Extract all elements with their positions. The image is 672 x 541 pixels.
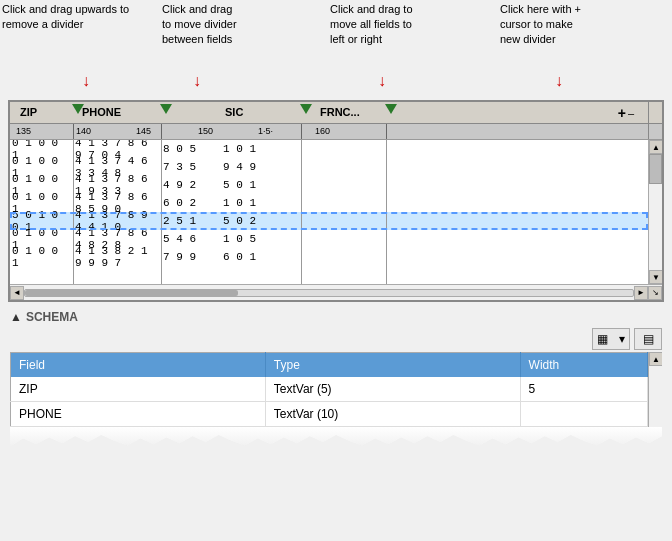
- scroll-down-btn[interactable]: ▼: [649, 270, 662, 284]
- cell-5-3: 2 5 1: [161, 215, 221, 227]
- annotation-1-text: Click and drag upwards to remove a divid…: [2, 2, 150, 32]
- annotation-4: Click here with +cursor to makenew divid…: [500, 2, 665, 47]
- arrow-3: ↓: [378, 72, 386, 90]
- arrow-4: ↓: [555, 72, 563, 90]
- annotation-3-text: Click and drag tomove all fields toleft …: [330, 2, 490, 47]
- divider-2-header[interactable]: [160, 104, 172, 114]
- cell-7-1: 0 1 0 0 1: [10, 245, 73, 269]
- field-headers-row: ZIP PHONE SIC FRNC... + –: [10, 102, 662, 124]
- field-label-sic: SIC: [225, 106, 243, 118]
- arrow-1: ↓: [82, 72, 90, 90]
- ruler-145: 145: [136, 126, 151, 136]
- table-icon: ▤: [643, 332, 654, 346]
- schema-cell-zip-width: 5: [520, 377, 647, 402]
- data-grid: 0 1 0 0 1 4 1 3 7 8 6 9 7 0 4 8 0 5 1 0 …: [10, 140, 662, 284]
- cell-2-3: 7 3 5: [161, 161, 221, 173]
- ruler-line-3: [301, 124, 302, 139]
- cell-3-3: 4 9 2: [161, 179, 221, 191]
- horizontal-scrollbar[interactable]: ◄ ► ↘: [10, 284, 662, 300]
- cell-6-3: 5 4 6: [161, 233, 221, 245]
- ruler-line-2: [161, 124, 162, 139]
- cell-5-4: 5 0 2: [221, 215, 301, 227]
- col-header-type: Type: [265, 353, 520, 378]
- cell-4-4: 1 0 1: [221, 197, 301, 209]
- cell-3-4: 5 0 1: [221, 179, 301, 191]
- schema-header: ▲ SCHEMA: [10, 310, 662, 324]
- annotation-4-text: Click here with +cursor to makenew divid…: [500, 2, 665, 47]
- schema-row-1[interactable]: ZIP TextVar (5) 5: [11, 377, 648, 402]
- plus-cursor-area[interactable]: + –: [606, 102, 646, 123]
- plus-cursor-symbol: +: [618, 105, 626, 121]
- ruler-155: 1·5·: [258, 126, 273, 136]
- ruler-150: 150: [198, 126, 213, 136]
- annotations-area: Click and drag upwards to remove a divid…: [0, 0, 672, 100]
- schema-thead: Field Type Width: [11, 353, 648, 378]
- schema-row-2[interactable]: PHONE TextVar (10): [11, 402, 648, 427]
- hscroll-thumb[interactable]: [25, 290, 238, 296]
- scroll-track: [649, 154, 662, 270]
- field-label-frnc: FRNC...: [320, 106, 360, 118]
- editor-panel: ZIP PHONE SIC FRNC... + – 135 140 145 15…: [8, 100, 664, 302]
- schema-cell-phone-field: PHONE: [11, 402, 266, 427]
- scroll-corner: ↘: [648, 286, 662, 300]
- divider-triangle-3: [300, 104, 312, 114]
- schema-table-wrapper: Field Type Width ZIP TextVar (5) 5 PHONE…: [10, 352, 662, 427]
- annotation-1: Click and drag upwards to remove a divid…: [2, 2, 150, 32]
- table-view-btn[interactable]: ▤: [634, 328, 662, 350]
- cell-2-4: 9 4 9: [221, 161, 301, 173]
- vertical-scrollbar[interactable]: ▲ ▼: [648, 140, 662, 284]
- divider-4-header[interactable]: [385, 104, 397, 114]
- ruler-line-1: [73, 124, 74, 139]
- torn-paper-effect: [10, 427, 662, 447]
- scroll-left-btn[interactable]: ◄: [10, 286, 24, 300]
- field-label-phone: PHONE: [82, 106, 121, 118]
- cell-1-4: 1 0 1: [221, 143, 301, 155]
- scroll-thumb[interactable]: [649, 154, 662, 184]
- ruler-140: 140: [76, 126, 91, 136]
- ruler-scrollbar-right: [648, 124, 662, 139]
- ruler-line-4: [386, 124, 387, 139]
- ruler-160: 160: [315, 126, 330, 136]
- header-scrollbar-right: [648, 102, 662, 123]
- schema-cell-zip-field: ZIP: [11, 377, 266, 402]
- schema-section: ▲ SCHEMA ▦ ▾ ▤ Field Type Width ZIP Text…: [10, 310, 662, 447]
- schema-scroll-up[interactable]: ▲: [649, 352, 662, 366]
- schema-chevron[interactable]: ▲: [10, 310, 22, 324]
- dropdown-arrow: ▾: [619, 332, 625, 346]
- grid-icon: ▦: [597, 332, 608, 346]
- schema-cell-phone-width: [520, 402, 647, 427]
- annotation-2-text: Click and dragto move dividerbetween fie…: [162, 2, 302, 47]
- schema-cell-zip-type: TextVar (5): [265, 377, 520, 402]
- cell-7-4: 6 0 1: [221, 251, 301, 263]
- cell-7-3: 7 9 9: [161, 251, 221, 263]
- schema-header-row: Field Type Width: [11, 353, 648, 378]
- minus-symbol: –: [628, 107, 634, 119]
- schema-cell-phone-type: TextVar (10): [265, 402, 520, 427]
- divider-triangle-2: [160, 104, 172, 114]
- divider-3-header[interactable]: [300, 104, 312, 114]
- arrow-2: ↓: [193, 72, 201, 90]
- col-header-width: Width: [520, 353, 647, 378]
- schema-tbody: ZIP TextVar (5) 5 PHONE TextVar (10): [11, 377, 648, 427]
- cell-7-2: 4 1 3 8 2 1 9 9 9 7: [73, 245, 161, 269]
- annotation-3: Click and drag tomove all fields toleft …: [330, 2, 490, 47]
- cell-1-3: 8 0 5: [161, 143, 221, 155]
- divider-triangle-4: [385, 104, 397, 114]
- ruler-row: 135 140 145 150 1·5· 160: [10, 124, 662, 140]
- schema-toolbar: ▦ ▾ ▤: [10, 328, 662, 350]
- col-header-field: Field: [11, 353, 266, 378]
- schema-scrollbar[interactable]: ▲: [648, 352, 662, 427]
- hscroll-track: [24, 289, 634, 297]
- editor-border: ZIP PHONE SIC FRNC... + – 135 140 145 15…: [8, 100, 664, 302]
- schema-title: SCHEMA: [26, 310, 78, 324]
- cell-6-4: 1 0 5: [221, 233, 301, 245]
- schema-table: Field Type Width ZIP TextVar (5) 5 PHONE…: [10, 352, 648, 427]
- scroll-right-btn[interactable]: ►: [634, 286, 648, 300]
- ruler-135: 135: [16, 126, 31, 136]
- field-label-zip: ZIP: [20, 106, 37, 118]
- cell-4-3: 6 0 2: [161, 197, 221, 209]
- annotation-2: Click and dragto move dividerbetween fie…: [162, 2, 302, 47]
- data-row-7[interactable]: 0 1 0 0 1 4 1 3 8 2 1 9 9 9 7 7 9 9 6 0 …: [10, 248, 662, 266]
- grid-view-btn[interactable]: ▦ ▾: [592, 328, 630, 350]
- scroll-up-btn[interactable]: ▲: [649, 140, 662, 154]
